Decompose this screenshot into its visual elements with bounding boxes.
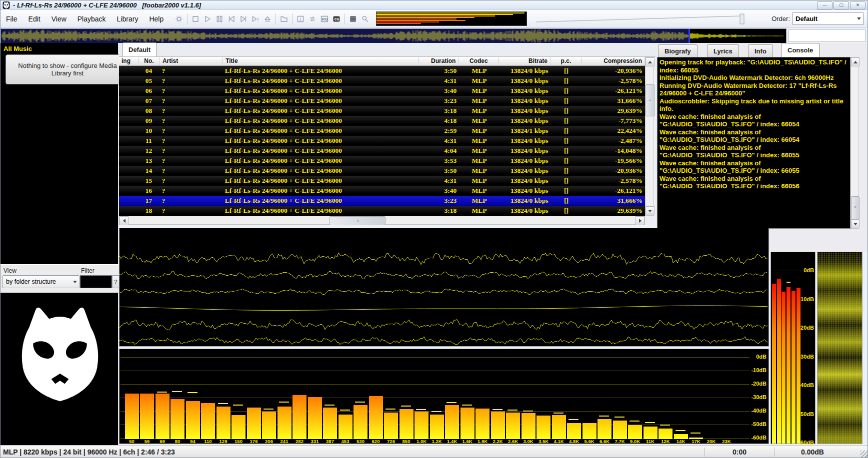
next-icon[interactable] [238, 13, 250, 25]
cell-ing [119, 186, 138, 196]
eject-icon[interactable] [262, 13, 274, 25]
tab-info[interactable]: Info [748, 44, 773, 57]
menu-library[interactable]: Library [112, 10, 144, 27]
scroll-thumb[interactable]: ≡ [330, 216, 386, 225]
configure-media-library-button[interactable]: Nothing to show - configure Media Librar… [6, 54, 130, 84]
menu-playback[interactable]: Playback [72, 10, 112, 27]
table-row[interactable]: 09?Lf-Rf-Ls-Rs 24/96000 + C-LFE 24/96000… [119, 116, 645, 126]
view-value: by folder structure [3, 278, 71, 285]
table-row[interactable]: 13?Lf-Rf-Ls-Rs 24/96000 + C-LFE 24/96000… [119, 156, 645, 166]
playlist-grid-icon[interactable] [347, 13, 359, 25]
console-scrollbar[interactable]: ≡ [850, 57, 859, 229]
cell-duration: 3:18 [419, 206, 460, 216]
frequency-label: 620 [368, 439, 384, 444]
tab-console[interactable]: Console [781, 43, 820, 57]
title-bar[interactable]: - Lf-Rf-Ls-Rs 24/96000 + C-LFE 24/96000 … [0, 0, 868, 10]
volume-slider[interactable] [532, 12, 752, 25]
random-icon[interactable]: ? [250, 13, 262, 25]
filter-help-button[interactable]: ? [112, 275, 120, 288]
column-header-artist[interactable]: Artist [160, 57, 223, 65]
table-row[interactable]: 05?Lf-Rf-Ls-Rs 24/96000 + C-LFE 24/96000… [119, 76, 645, 86]
menu-help[interactable]: Help [144, 10, 169, 27]
maximize-button[interactable]: ▢ [834, 1, 849, 9]
table-row[interactable]: 10?Lf-Rf-Ls-Rs 24/96000 + C-LFE 24/96000… [119, 126, 645, 136]
column-header-codec[interactable]: Codec [458, 57, 499, 65]
menu-edit[interactable]: Edit [23, 10, 46, 27]
cell-artist: ? [159, 146, 222, 156]
console-line: Opening track for playback: "G:\AUDIO_TS… [660, 58, 848, 74]
table-row[interactable]: 04?Lf-Rf-Ls-Rs 24/96000 + C-LFE 24/96000… [119, 66, 645, 76]
column-header-bitrate[interactable]: Bitrate [499, 57, 550, 65]
menu-view[interactable]: View [46, 10, 72, 27]
column-header-title[interactable]: Title [223, 57, 418, 65]
table-row[interactable]: 08?Lf-Rf-Ls-Rs 24/96000 + C-LFE 24/96000… [119, 106, 645, 116]
table-row[interactable]: 11?Lf-Rf-Ls-Rs 24/96000 + C-LFE 24/96000… [119, 136, 645, 146]
scroll-right-button[interactable] [636, 216, 644, 225]
frequency-label: 2.2K [490, 439, 506, 444]
cell-duration: 3:40 [419, 86, 460, 96]
replaygain-icon[interactable]: RG [318, 13, 330, 25]
scroll-up-button[interactable] [851, 57, 860, 66]
console-log[interactable]: Opening track for playback: "G:\AUDIO_TS… [657, 57, 850, 229]
view-dropdown[interactable]: by folder structure [2, 275, 80, 288]
table-row[interactable]: 16?Lf-Rf-Ls-Rs 24/96000 + C-LFE 24/96000… [119, 186, 645, 196]
filter-input[interactable] [80, 275, 112, 288]
table-row[interactable]: 15?Lf-Rf-Ls-Rs 24/96000 + C-LFE 24/96000… [119, 176, 645, 186]
play-icon[interactable] [202, 13, 214, 25]
previous-icon[interactable] [226, 13, 238, 25]
spectrum-bar [414, 412, 428, 439]
scroll-up-button[interactable] [646, 57, 654, 66]
close-button[interactable]: ✕ [850, 1, 866, 9]
scroll-left-button[interactable] [120, 216, 128, 225]
cell-ing [119, 126, 138, 136]
window-resize-grip[interactable] [860, 451, 868, 458]
table-row[interactable]: 18?Lf-Rf-Ls-Rs 24/96000 + C-LFE 24/96000… [119, 206, 645, 216]
column-header-ing[interactable]: ing [119, 57, 138, 65]
cell-ing [119, 136, 138, 146]
table-row[interactable]: 12?Lf-Rf-Ls-Rs 24/96000 + C-LFE 24/96000… [119, 146, 645, 156]
spectrum-bar [369, 396, 383, 439]
cell-ing [119, 176, 138, 186]
table-row[interactable]: 06?Lf-Rf-Ls-Rs 24/96000 + C-LFE 24/96000… [119, 86, 645, 96]
spectrum-analyzer-panel: 0dB-10dB-20dB-30dB-40dB-50dB-60dB5059698… [119, 349, 769, 444]
preferences-icon[interactable] [173, 13, 185, 25]
audioscrobbler-icon[interactable]: cs [330, 13, 342, 25]
search-icon[interactable] [359, 13, 371, 25]
table-row-selected[interactable]: 17?Lf-Rf-Ls-Rs 24/96000 + C-LFE 24/96000… [119, 196, 645, 206]
playlist-horizontal-scrollbar[interactable]: ≡ [119, 216, 645, 225]
waveform-seekbar[interactable] [0, 28, 786, 43]
pause-icon[interactable] [214, 13, 226, 25]
column-header-compression[interactable]: Compression [582, 57, 645, 65]
tab-lyrics[interactable]: Lyrics [707, 44, 739, 57]
cell-no: 09 [138, 116, 159, 126]
seekbar-cursor[interactable] [688, 29, 690, 43]
chevron-down-icon[interactable] [854, 13, 863, 24]
status-gain: 0.00dB [775, 448, 850, 456]
order-dropdown[interactable]: Default [792, 12, 864, 25]
playlist-tab-default[interactable]: Default [122, 42, 157, 56]
open-folder-icon[interactable] [278, 13, 290, 25]
cell-bitrate: 13824/0 kbps [500, 116, 551, 126]
scroll-thumb[interactable]: ≡ [646, 84, 654, 116]
converter-icon[interactable] [306, 13, 318, 25]
menu-file[interactable]: File [0, 10, 23, 27]
table-row[interactable]: 07?Lf-Rf-Ls-Rs 24/96000 + C-LFE 24/96000… [119, 96, 645, 106]
table-row[interactable]: 14?Lf-Rf-Ls-Rs 24/96000 + C-LFE 24/96000… [119, 166, 645, 176]
tab-biografy[interactable]: Biografy [658, 44, 698, 57]
playlist-vertical-scrollbar[interactable]: ≡ [645, 57, 654, 216]
playlist-column-headers[interactable]: ingNo.ArtistTitleDurationCodecBitratep.c… [119, 57, 645, 66]
scroll-down-button[interactable] [646, 206, 654, 215]
order-label: Order: [772, 15, 790, 22]
scroll-thumb[interactable]: ≡ [851, 196, 860, 219]
cell-artist: ? [159, 206, 222, 216]
library-root-label[interactable]: All Music [4, 45, 32, 52]
column-header-pc[interactable]: p.c. [550, 57, 582, 65]
column-header-duration[interactable]: Duration [418, 57, 459, 65]
cell-no: 08 [138, 106, 159, 116]
scroll-down-button[interactable] [851, 219, 860, 228]
minimize-button[interactable]: — [817, 1, 832, 9]
chevron-down-icon[interactable] [71, 281, 79, 283]
properties-icon[interactable] [294, 13, 306, 25]
stop-icon[interactable] [190, 13, 202, 25]
column-header-no[interactable]: No. [138, 57, 160, 65]
